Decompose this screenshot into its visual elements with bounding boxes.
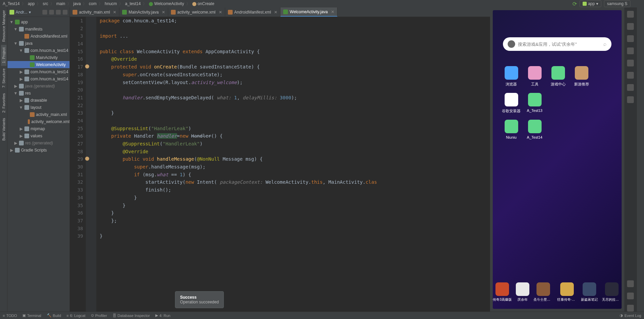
- app-传奇3高爆版[interactable]: 传奇3高爆版: [493, 282, 512, 302]
- crumb-6[interactable]: hnucm: [105, 1, 117, 6]
- rail-resource-manager[interactable]: Resource Manager: [1, 7, 6, 45]
- bottom-tab-todo[interactable]: ≡ TODO: [3, 314, 17, 318]
- tree-item-androidmanifest-xml[interactable]: AndroidManifest.xml: [7, 33, 70, 40]
- volume-down-icon[interactable]: [627, 35, 634, 42]
- editor-tab-activity-welcome-xml[interactable]: activity_welcome.xml✕: [168, 7, 225, 17]
- tree-item-mainactivity[interactable]: MainActivity: [7, 54, 70, 61]
- app-狂暴传奇·微...[interactable]: 狂暴传奇·微...: [557, 282, 577, 302]
- scissors-icon[interactable]: [627, 84, 634, 91]
- app-无尽的拉格...[interactable]: 无尽的拉格...: [602, 282, 622, 302]
- tree-item-com-hnucm-a-test14[interactable]: ▼com.hnucm.a_test14: [7, 47, 70, 54]
- screenshot-icon[interactable]: [627, 60, 634, 66]
- tree-item-manifests[interactable]: ▼manifests: [7, 25, 70, 33]
- bottom-tab-db-inspector[interactable]: 🗄 Database Inspector: [113, 314, 150, 318]
- bottom-tool-bar: ≡ TODO ▣ Terminal 🔨 Build ≡ 6: Logcat ⊙ …: [0, 312, 644, 319]
- bottom-tab-logcat[interactable]: ≡ 6: Logcat: [66, 314, 85, 318]
- rail-project[interactable]: 1: Project: [1, 45, 6, 66]
- nox-logo-icon: [508, 40, 515, 48]
- editor-tab-bar: activity_main.xml✕MainActivity.java✕acti…: [70, 7, 490, 17]
- tree-item-app[interactable]: ▼app: [7, 18, 70, 25]
- sort-icon[interactable]: [49, 10, 54, 15]
- tree-item-com-hnucm-a-test14[interactable]: ▶com.hnucm.a_test14: [7, 68, 70, 75]
- app-工具[interactable]: 工具: [523, 66, 546, 87]
- recents-icon[interactable]: [627, 305, 634, 312]
- app-新盗墓笔记[interactable]: 新盗墓笔记: [581, 282, 598, 302]
- crumb-1[interactable]: app: [28, 1, 35, 6]
- bottom-tab-profiler[interactable]: ⊙ Profiler: [91, 313, 107, 318]
- tree-item-drawable[interactable]: ▶drawable: [7, 97, 70, 104]
- bottom-tab-build[interactable]: 🔨 Build: [47, 313, 61, 318]
- crumb-7[interactable]: a_test14: [125, 1, 141, 6]
- tree-item-welcomeactivity[interactable]: WelcomeActivity: [7, 61, 70, 68]
- editor-tab-mainactivity-java[interactable]: MainActivity.java✕: [119, 7, 168, 17]
- crumb-8[interactable]: WelcomeActivity: [149, 1, 184, 6]
- more-icon[interactable]: [627, 96, 634, 103]
- app-庆余年[interactable]: 庆余年: [516, 282, 529, 302]
- app-圣斗士星矢...[interactable]: 圣斗士星矢...: [533, 282, 553, 302]
- rail-structure[interactable]: 7: Structure: [1, 66, 6, 91]
- bottom-app-dock: 传奇3高爆版庆余年圣斗士星矢...狂暴传奇·微...新盗墓笔记无尽的拉格...: [493, 282, 622, 302]
- run-config-device[interactable]: samsung S: [604, 0, 630, 7]
- collapse-icon[interactable]: [63, 10, 67, 15]
- app-新游推荐[interactable]: 新游推荐: [570, 66, 593, 87]
- bottom-tab-terminal[interactable]: ▣ Terminal: [22, 313, 41, 318]
- breadcrumb: A_Test14〉 app〉 src〉 main〉 java〉 com〉 hnu…: [0, 0, 644, 7]
- sync-icon[interactable]: ⟳: [572, 1, 577, 7]
- emulator-search-input[interactable]: [518, 42, 601, 47]
- android-icon: [9, 10, 14, 15]
- tree-item-res[interactable]: ▼res: [7, 89, 70, 97]
- location-icon[interactable]: [627, 72, 634, 79]
- emulator-screen[interactable]: ⌕ 浏览器工具游戏中心新游推荐谷歌安装器A_Test13NiuniuA_Test…: [493, 10, 622, 309]
- tree-item-mipmap[interactable]: ▶mipmap: [7, 125, 70, 132]
- project-tree[interactable]: ▼app▼manifestsAndroidManifest.xml▼java▼c…: [7, 17, 70, 312]
- tree-item-java-generated-[interactable]: ▶java (generated): [7, 82, 70, 89]
- close-icon[interactable]: ✕: [113, 10, 116, 15]
- rotate-icon[interactable]: [627, 47, 634, 54]
- search-icon[interactable]: ⌕: [603, 41, 607, 47]
- rail-favorites[interactable]: 2: Favorites: [1, 91, 6, 115]
- close-icon[interactable]: ✕: [219, 10, 222, 15]
- close-icon[interactable]: ✕: [274, 10, 277, 15]
- home-icon[interactable]: [627, 293, 634, 299]
- tree-item-gradle-scripts[interactable]: ▶Gradle Scripts: [7, 146, 70, 154]
- emulator-toolbar: [624, 7, 637, 312]
- rail-build-variants[interactable]: Build Variants: [1, 115, 6, 143]
- app-谷歌安装器[interactable]: 谷歌安装器: [500, 93, 523, 114]
- app-游戏中心[interactable]: 游戏中心: [546, 66, 570, 87]
- volume-up-icon[interactable]: [627, 23, 634, 30]
- app-A_Test13[interactable]: A_Test13: [523, 93, 546, 114]
- tree-item-activity-welcome-xml[interactable]: activity_welcome.xml: [7, 118, 70, 125]
- project-view-selector[interactable]: Andr...: [16, 10, 27, 15]
- fullscreen-icon[interactable]: [627, 11, 634, 18]
- crumb-9[interactable]: onCreate: [192, 1, 214, 6]
- crumb-0[interactable]: A_Test14: [3, 1, 20, 6]
- tree-item-layout[interactable]: ▼layout: [7, 104, 70, 111]
- tree-item-activity-main-xml[interactable]: activity_main.xml: [7, 111, 70, 118]
- tree-item-values[interactable]: ▶values: [7, 132, 70, 139]
- emulator-search-bar[interactable]: ⌕: [503, 37, 611, 51]
- editor-tab-welcomeactivity-java[interactable]: WelcomeActivity.java✕: [280, 7, 337, 17]
- editor-area: activity_main.xml✕MainActivity.java✕acti…: [70, 7, 490, 312]
- crumb-4[interactable]: java: [73, 1, 81, 6]
- editor-tab-androidmanifest-xml[interactable]: AndroidManifest.xml✕: [225, 7, 281, 17]
- tree-item-com-hnucm-a-test14[interactable]: ▶com.hnucm.a_test14: [7, 75, 70, 82]
- code-editor[interactable]: 1231415161718192021222324252627282930313…: [70, 17, 490, 312]
- close-icon[interactable]: ✕: [162, 10, 165, 15]
- bottom-tab-run[interactable]: ▶ 4: Run: [155, 313, 170, 318]
- back-icon[interactable]: [627, 280, 634, 287]
- crumb-3[interactable]: main: [56, 1, 65, 6]
- editor-tab-activity-main-xml[interactable]: activity_main.xml✕: [70, 7, 119, 17]
- run-config-app[interactable]: app ▾: [580, 0, 601, 7]
- tree-item-java[interactable]: ▼java: [7, 40, 70, 47]
- close-icon[interactable]: ✕: [331, 9, 334, 14]
- app-浏览器[interactable]: 浏览器: [500, 66, 523, 87]
- app-A_Test14[interactable]: A_Test14: [523, 120, 546, 139]
- crumb-5[interactable]: com: [89, 1, 97, 6]
- tree-item-res-generated-[interactable]: ▶res (generated): [7, 139, 70, 146]
- crumb-2[interactable]: src: [43, 1, 48, 6]
- code-content[interactable]: package com.hnucm.a_test14;import ...pub…: [96, 17, 490, 312]
- app-Niuniu[interactable]: Niuniu: [500, 120, 523, 139]
- target-icon[interactable]: [42, 10, 47, 15]
- gear-icon[interactable]: [56, 10, 61, 15]
- bottom-tab-event-log[interactable]: ◑ Event Log: [620, 313, 641, 318]
